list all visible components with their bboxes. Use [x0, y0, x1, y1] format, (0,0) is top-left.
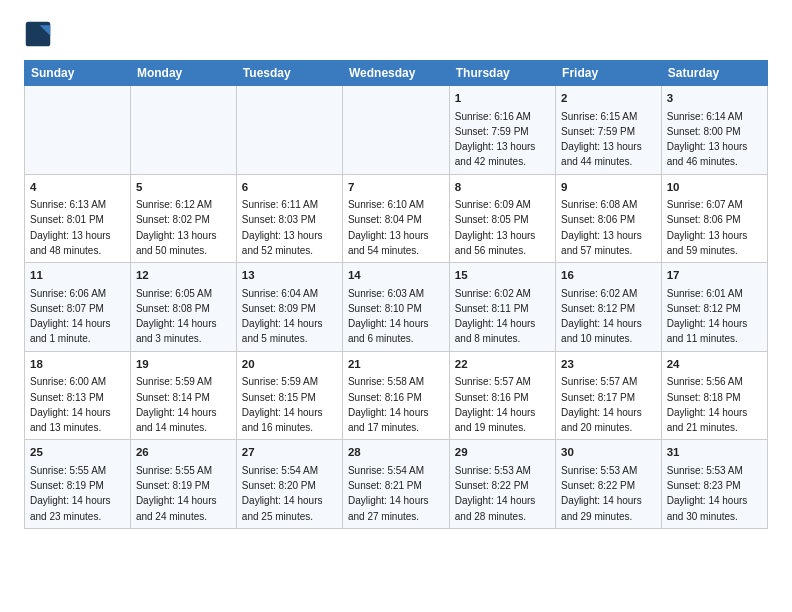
- day-number: 25: [30, 444, 125, 461]
- calendar-cell: 21Sunrise: 5:58 AM Sunset: 8:16 PM Dayli…: [342, 351, 449, 440]
- day-number: 13: [242, 267, 337, 284]
- day-number: 22: [455, 356, 550, 373]
- day-number: 11: [30, 267, 125, 284]
- calendar-cell: [342, 86, 449, 175]
- day-content: Sunrise: 6:15 AM Sunset: 7:59 PM Dayligh…: [561, 111, 642, 168]
- calendar-cell: 19Sunrise: 5:59 AM Sunset: 8:14 PM Dayli…: [130, 351, 236, 440]
- day-number: 27: [242, 444, 337, 461]
- calendar-cell: 6Sunrise: 6:11 AM Sunset: 8:03 PM Daylig…: [236, 174, 342, 263]
- day-content: Sunrise: 6:13 AM Sunset: 8:01 PM Dayligh…: [30, 199, 111, 256]
- day-content: Sunrise: 6:12 AM Sunset: 8:02 PM Dayligh…: [136, 199, 217, 256]
- day-number: 29: [455, 444, 550, 461]
- day-content: Sunrise: 6:02 AM Sunset: 8:11 PM Dayligh…: [455, 288, 536, 345]
- day-content: Sunrise: 5:59 AM Sunset: 8:14 PM Dayligh…: [136, 376, 217, 433]
- day-number: 6: [242, 179, 337, 196]
- logo: [24, 20, 56, 48]
- day-number: 18: [30, 356, 125, 373]
- day-content: Sunrise: 6:00 AM Sunset: 8:13 PM Dayligh…: [30, 376, 111, 433]
- calendar-cell: 22Sunrise: 5:57 AM Sunset: 8:16 PM Dayli…: [449, 351, 555, 440]
- calendar-cell: 15Sunrise: 6:02 AM Sunset: 8:11 PM Dayli…: [449, 263, 555, 352]
- day-content: Sunrise: 6:10 AM Sunset: 8:04 PM Dayligh…: [348, 199, 429, 256]
- calendar-cell: 16Sunrise: 6:02 AM Sunset: 8:12 PM Dayli…: [556, 263, 662, 352]
- calendar-cell: 1Sunrise: 6:16 AM Sunset: 7:59 PM Daylig…: [449, 86, 555, 175]
- calendar-cell: 18Sunrise: 6:00 AM Sunset: 8:13 PM Dayli…: [25, 351, 131, 440]
- day-content: Sunrise: 5:59 AM Sunset: 8:15 PM Dayligh…: [242, 376, 323, 433]
- day-number: 9: [561, 179, 656, 196]
- day-content: Sunrise: 5:55 AM Sunset: 8:19 PM Dayligh…: [30, 465, 111, 522]
- calendar-cell: 26Sunrise: 5:55 AM Sunset: 8:19 PM Dayli…: [130, 440, 236, 529]
- day-number: 24: [667, 356, 762, 373]
- day-content: Sunrise: 5:54 AM Sunset: 8:20 PM Dayligh…: [242, 465, 323, 522]
- day-number: 2: [561, 90, 656, 107]
- calendar-cell: 9Sunrise: 6:08 AM Sunset: 8:06 PM Daylig…: [556, 174, 662, 263]
- day-header-monday: Monday: [130, 61, 236, 86]
- calendar-cell: 29Sunrise: 5:53 AM Sunset: 8:22 PM Dayli…: [449, 440, 555, 529]
- calendar-cell: 30Sunrise: 5:53 AM Sunset: 8:22 PM Dayli…: [556, 440, 662, 529]
- day-content: Sunrise: 5:57 AM Sunset: 8:16 PM Dayligh…: [455, 376, 536, 433]
- day-number: 26: [136, 444, 231, 461]
- calendar-cell: 24Sunrise: 5:56 AM Sunset: 8:18 PM Dayli…: [661, 351, 767, 440]
- day-header-thursday: Thursday: [449, 61, 555, 86]
- calendar-cell: 25Sunrise: 5:55 AM Sunset: 8:19 PM Dayli…: [25, 440, 131, 529]
- day-number: 28: [348, 444, 444, 461]
- calendar-cell: 10Sunrise: 6:07 AM Sunset: 8:06 PM Dayli…: [661, 174, 767, 263]
- day-number: 1: [455, 90, 550, 107]
- day-number: 7: [348, 179, 444, 196]
- day-number: 21: [348, 356, 444, 373]
- calendar-cell: 13Sunrise: 6:04 AM Sunset: 8:09 PM Dayli…: [236, 263, 342, 352]
- day-content: Sunrise: 6:03 AM Sunset: 8:10 PM Dayligh…: [348, 288, 429, 345]
- day-content: Sunrise: 5:53 AM Sunset: 8:22 PM Dayligh…: [561, 465, 642, 522]
- day-content: Sunrise: 6:01 AM Sunset: 8:12 PM Dayligh…: [667, 288, 748, 345]
- day-content: Sunrise: 6:05 AM Sunset: 8:08 PM Dayligh…: [136, 288, 217, 345]
- calendar-week-row: 4Sunrise: 6:13 AM Sunset: 8:01 PM Daylig…: [25, 174, 768, 263]
- day-number: 30: [561, 444, 656, 461]
- calendar-cell: 11Sunrise: 6:06 AM Sunset: 8:07 PM Dayli…: [25, 263, 131, 352]
- day-number: 3: [667, 90, 762, 107]
- calendar-cell: [25, 86, 131, 175]
- calendar-week-row: 25Sunrise: 5:55 AM Sunset: 8:19 PM Dayli…: [25, 440, 768, 529]
- calendar-cell: 4Sunrise: 6:13 AM Sunset: 8:01 PM Daylig…: [25, 174, 131, 263]
- calendar-cell: 27Sunrise: 5:54 AM Sunset: 8:20 PM Dayli…: [236, 440, 342, 529]
- calendar-cell: 12Sunrise: 6:05 AM Sunset: 8:08 PM Dayli…: [130, 263, 236, 352]
- calendar-cell: 31Sunrise: 5:53 AM Sunset: 8:23 PM Dayli…: [661, 440, 767, 529]
- day-header-saturday: Saturday: [661, 61, 767, 86]
- day-header-sunday: Sunday: [25, 61, 131, 86]
- calendar-week-row: 11Sunrise: 6:06 AM Sunset: 8:07 PM Dayli…: [25, 263, 768, 352]
- calendar-cell: [130, 86, 236, 175]
- day-number: 23: [561, 356, 656, 373]
- day-number: 19: [136, 356, 231, 373]
- day-number: 15: [455, 267, 550, 284]
- day-content: Sunrise: 6:14 AM Sunset: 8:00 PM Dayligh…: [667, 111, 748, 168]
- calendar-header-row: SundayMondayTuesdayWednesdayThursdayFrid…: [25, 61, 768, 86]
- calendar-cell: 5Sunrise: 6:12 AM Sunset: 8:02 PM Daylig…: [130, 174, 236, 263]
- calendar-cell: 17Sunrise: 6:01 AM Sunset: 8:12 PM Dayli…: [661, 263, 767, 352]
- day-number: 10: [667, 179, 762, 196]
- day-content: Sunrise: 5:55 AM Sunset: 8:19 PM Dayligh…: [136, 465, 217, 522]
- calendar-week-row: 18Sunrise: 6:00 AM Sunset: 8:13 PM Dayli…: [25, 351, 768, 440]
- day-number: 5: [136, 179, 231, 196]
- day-number: 12: [136, 267, 231, 284]
- day-content: Sunrise: 5:53 AM Sunset: 8:23 PM Dayligh…: [667, 465, 748, 522]
- calendar-table: SundayMondayTuesdayWednesdayThursdayFrid…: [24, 60, 768, 529]
- day-header-wednesday: Wednesday: [342, 61, 449, 86]
- page-header: [24, 20, 768, 48]
- calendar-cell: 23Sunrise: 5:57 AM Sunset: 8:17 PM Dayli…: [556, 351, 662, 440]
- day-content: Sunrise: 6:02 AM Sunset: 8:12 PM Dayligh…: [561, 288, 642, 345]
- day-number: 8: [455, 179, 550, 196]
- day-content: Sunrise: 5:56 AM Sunset: 8:18 PM Dayligh…: [667, 376, 748, 433]
- calendar-cell: 7Sunrise: 6:10 AM Sunset: 8:04 PM Daylig…: [342, 174, 449, 263]
- day-content: Sunrise: 5:57 AM Sunset: 8:17 PM Dayligh…: [561, 376, 642, 433]
- calendar-cell: 14Sunrise: 6:03 AM Sunset: 8:10 PM Dayli…: [342, 263, 449, 352]
- day-content: Sunrise: 6:08 AM Sunset: 8:06 PM Dayligh…: [561, 199, 642, 256]
- calendar-cell: 28Sunrise: 5:54 AM Sunset: 8:21 PM Dayli…: [342, 440, 449, 529]
- calendar-cell: 20Sunrise: 5:59 AM Sunset: 8:15 PM Dayli…: [236, 351, 342, 440]
- day-number: 17: [667, 267, 762, 284]
- calendar-cell: 3Sunrise: 6:14 AM Sunset: 8:00 PM Daylig…: [661, 86, 767, 175]
- day-content: Sunrise: 5:54 AM Sunset: 8:21 PM Dayligh…: [348, 465, 429, 522]
- day-content: Sunrise: 6:09 AM Sunset: 8:05 PM Dayligh…: [455, 199, 536, 256]
- calendar-week-row: 1Sunrise: 6:16 AM Sunset: 7:59 PM Daylig…: [25, 86, 768, 175]
- day-number: 4: [30, 179, 125, 196]
- day-content: Sunrise: 5:58 AM Sunset: 8:16 PM Dayligh…: [348, 376, 429, 433]
- day-content: Sunrise: 6:11 AM Sunset: 8:03 PM Dayligh…: [242, 199, 323, 256]
- day-content: Sunrise: 6:16 AM Sunset: 7:59 PM Dayligh…: [455, 111, 536, 168]
